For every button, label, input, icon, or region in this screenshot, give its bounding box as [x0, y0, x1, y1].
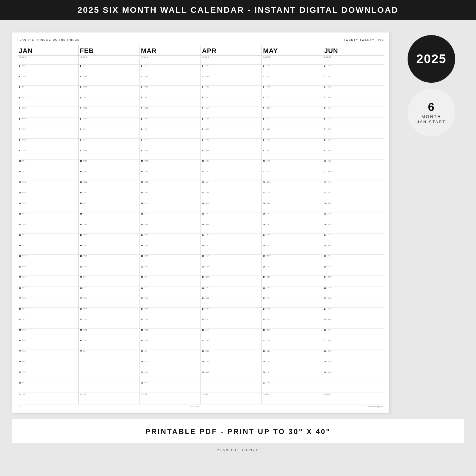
- day-row: 9MON: [323, 149, 384, 160]
- calendar-header: PLAN THE THINGS // DO THE THINGS TWENTY …: [18, 38, 384, 43]
- day-row: 8SAT: [140, 139, 201, 149]
- day-row: 21MON: [201, 276, 262, 286]
- day-row: 8THU: [262, 139, 322, 149]
- day-row: 13FRI: [323, 191, 384, 202]
- year-badge: 2025: [408, 35, 455, 83]
- day-row: 18TUE: [79, 244, 139, 255]
- day-row: 13TUE: [262, 191, 322, 202]
- page-footer: PLAN THE THINGS: [0, 443, 476, 456]
- day-row: 27TUE: [262, 339, 322, 350]
- day-row: 16WED: [201, 223, 262, 234]
- day-row: 30THU: [18, 371, 78, 382]
- day-row: [323, 381, 384, 392]
- day-row: 7TUE: [18, 128, 78, 139]
- day-row: 28MON: [201, 350, 262, 361]
- focus-label: FOCUS: [323, 56, 384, 65]
- top-banner: 2025 SIX MONTH WALL CALENDAR - INSTANT D…: [0, 0, 476, 20]
- day-row: 23MON: [323, 297, 384, 308]
- notes-section: NOTES: [79, 392, 139, 404]
- day-row: 11FRI: [201, 170, 262, 181]
- day-row: 18FRI: [201, 244, 262, 255]
- day-row: 22SAT: [140, 286, 201, 297]
- bottom-banner: PRINTABLE PDF - PRINT UP TO 30" x 40": [12, 419, 464, 443]
- day-row: 15SAT: [79, 212, 139, 223]
- day-row: 22THU: [262, 286, 322, 297]
- day-row: 15SUN: [323, 212, 384, 223]
- days-container: 1TUE2WED3THU4FRI5SAT6SUN7MON8TUE9WED10TH…: [201, 65, 262, 392]
- day-row: 6FRI: [323, 118, 384, 128]
- day-row: 23FRI: [262, 297, 322, 308]
- day-row: 20FRI: [323, 265, 384, 276]
- day-row: 22SAT: [79, 286, 139, 297]
- day-row: 30MON: [323, 371, 384, 382]
- notes-section: NOTES: [323, 392, 384, 404]
- day-row: 11TUE: [79, 170, 139, 181]
- day-row: 6MON: [18, 118, 78, 128]
- day-row: 15TUE: [201, 212, 262, 223]
- month-badge: 6 MONTH JAN START: [408, 89, 455, 136]
- day-row: 11SAT: [18, 170, 78, 181]
- day-row: 24FRI: [18, 308, 78, 318]
- day-row: 28TUE: [18, 350, 78, 361]
- day-row: 5MON: [262, 107, 322, 118]
- day-row: 29SAT: [140, 360, 201, 371]
- day-row: 16FRI: [262, 223, 322, 234]
- day-row: 27THU: [140, 339, 201, 350]
- day-row: 22TUE: [201, 286, 262, 297]
- month-name-jan: JAN: [18, 45, 78, 56]
- day-row: 25SUN: [262, 318, 322, 329]
- day-row: 3FRI: [18, 86, 78, 96]
- day-row: 9FRI: [262, 149, 322, 160]
- day-row: 2WED: [201, 75, 262, 86]
- day-row: 25FRI: [201, 318, 262, 329]
- day-row: 11TUE: [140, 170, 201, 181]
- day-row: 16THU: [18, 223, 78, 234]
- day-row: 22WED: [18, 286, 78, 297]
- day-row: 23SUN: [79, 297, 139, 308]
- day-row: 27FRI: [323, 339, 384, 350]
- day-row: 26MON: [262, 329, 322, 339]
- day-row: 19MON: [262, 255, 322, 265]
- day-row: 14SAT: [323, 202, 384, 213]
- notes-section: NOTES: [201, 392, 262, 404]
- day-row: 31MON: [140, 381, 201, 392]
- day-row: 26WED: [140, 329, 201, 339]
- day-row: 24MON: [79, 308, 139, 318]
- day-row: [79, 371, 139, 382]
- day-row: 10SAT: [262, 160, 322, 170]
- day-row: 17MON: [140, 234, 201, 244]
- day-row: 30SUN: [140, 371, 201, 382]
- day-row: 14MON: [201, 202, 262, 213]
- day-row: 20MON: [18, 265, 78, 276]
- day-row: 6TUE: [262, 118, 322, 128]
- day-row: 17SAT: [262, 234, 322, 244]
- day-row: 9SUN: [79, 149, 139, 160]
- day-row: 24SAT: [262, 308, 322, 318]
- day-row: 7MON: [201, 128, 262, 139]
- day-row: 2MON: [323, 75, 384, 86]
- day-row: 24TUE: [323, 308, 384, 318]
- focus-label: FOCUS: [140, 56, 201, 65]
- day-row: 13SUN: [201, 191, 262, 202]
- day-row: 23SUN: [140, 297, 201, 308]
- day-row: 1THU: [262, 65, 322, 75]
- day-row: 14WED: [262, 202, 322, 213]
- day-row: 3SAT: [262, 86, 322, 96]
- focus-label: FOCUS: [201, 56, 262, 65]
- day-row: 7SAT: [323, 128, 384, 139]
- day-row: 17FRI: [18, 234, 78, 244]
- cal-header-left: PLAN THE THINGS // DO THE THINGS: [18, 38, 79, 41]
- day-row: 26WED: [79, 329, 139, 339]
- day-row: 14FRI: [140, 202, 201, 213]
- day-row: 19WED: [79, 255, 139, 265]
- months-num: 6: [428, 101, 435, 114]
- day-row: 12SUN: [18, 181, 78, 192]
- notes-section: NOTES: [140, 392, 201, 404]
- day-row: [79, 360, 139, 371]
- notes-section: NOTES: [262, 392, 322, 404]
- day-row: 3MON: [140, 86, 201, 96]
- month-col-jan: JANFOCUS1WED2THU3FRI4SAT5SUN6MON7TUE8WED…: [18, 45, 79, 404]
- day-row: 21FRI: [79, 276, 139, 286]
- day-row: 2SUN: [79, 75, 139, 86]
- day-row: 4SAT: [18, 96, 78, 107]
